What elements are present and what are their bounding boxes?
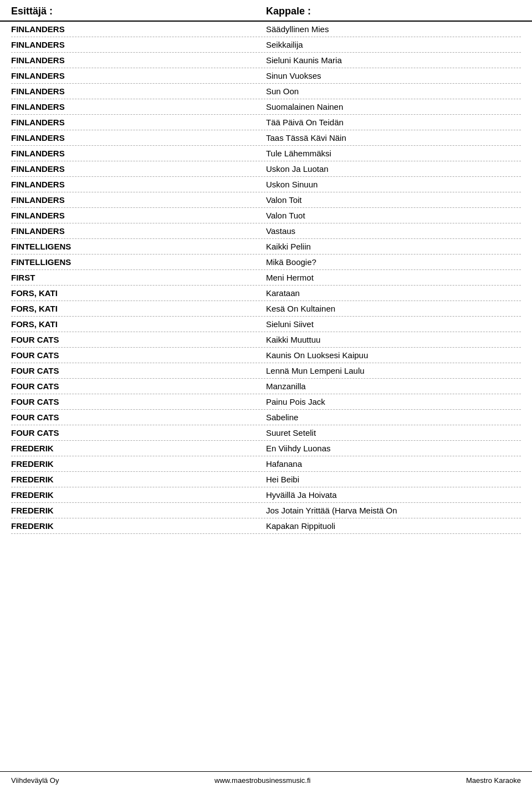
table-row: FINLANDERSValon Tuot [11, 208, 521, 223]
table-row: FOUR CATSPainu Pois Jack [11, 394, 521, 410]
song-cell: Kesä On Kultainen [266, 304, 521, 313]
artist-cell: FORS, KATI [11, 304, 266, 313]
artist-cell: FREDERIK [11, 444, 266, 453]
artist-cell: FINLANDERS [11, 180, 266, 189]
song-cell: Jos Jotain Yrittää (Harva Meistä On [266, 506, 521, 515]
song-cell: Sun Oon [266, 86, 521, 96]
song-cell: Meni Hermot [266, 273, 521, 282]
song-cell: Lennä Mun Lempeni Laulu [266, 366, 521, 375]
table-row: FOUR CATSSabeline [11, 410, 521, 425]
table-row: FREDERIKHafanana [11, 456, 521, 472]
song-cell: Tää Päivä On Teidän [266, 118, 521, 127]
song-cell: Suomalainen Nainen [266, 102, 521, 111]
song-cell: Mikä Boogie? [266, 257, 521, 267]
table-body: FINLANDERSSäädyllinen MiesFINLANDERSSeik… [0, 22, 532, 534]
table-row: FIRSTMeni Hermot [11, 270, 521, 286]
footer-website: www.maestrobusinessmusic.fi [214, 776, 310, 785]
song-cell: Taas Tässä Kävi Näin [266, 133, 521, 142]
table-row: FREDERIKHei Beibi [11, 472, 521, 487]
artist-cell: FINLANDERS [11, 195, 266, 205]
artist-cell: FOUR CATS [11, 366, 266, 375]
song-cell: Kapakan Rippituoli [266, 521, 521, 531]
song-cell: Uskon Ja Luotan [266, 164, 521, 174]
song-cell: Hafanana [266, 459, 521, 469]
artist-cell: FINLANDERS [11, 86, 266, 96]
artist-cell: FINLANDERS [11, 164, 266, 174]
table-row: FINLANDERSTaas Tässä Kävi Näin [11, 130, 521, 146]
header-artist: Esittäjä : [11, 6, 266, 17]
artist-cell: FOUR CATS [11, 413, 266, 422]
artist-cell: FOUR CATS [11, 381, 266, 391]
artist-cell: FINTELLIGENS [11, 242, 266, 251]
song-cell: Manzanilla [266, 381, 521, 391]
artist-cell: FINLANDERS [11, 40, 266, 49]
artist-cell: FOUR CATS [11, 350, 266, 360]
song-cell: Sieluni Siivet [266, 319, 521, 329]
song-cell: Valon Tuot [266, 211, 521, 220]
song-cell: Tule Lähemmäksi [266, 149, 521, 158]
table-row: FINLANDERSSäädyllinen Mies [11, 22, 521, 37]
table-row: FINLANDERSVastaus [11, 223, 521, 239]
table-row: FREDERIKJos Jotain Yrittää (Harva Meistä… [11, 503, 521, 518]
song-cell: Sinun Vuokses [266, 71, 521, 80]
song-cell: Sabeline [266, 413, 521, 422]
table-row: FREDERIKKapakan Rippituoli [11, 518, 521, 534]
table-row: FINLANDERSTule Lähemmäksi [11, 146, 521, 161]
table-row: FORS, KATIKesä On Kultainen [11, 301, 521, 317]
artist-cell: FINLANDERS [11, 71, 266, 80]
artist-cell: FOUR CATS [11, 397, 266, 406]
table-row: FOUR CATSManzanilla [11, 379, 521, 394]
table-row: FOUR CATSKaikki Muuttuu [11, 332, 521, 348]
table-header: Esittäjä : Kappale : [0, 0, 532, 22]
artist-cell: FINLANDERS [11, 55, 266, 65]
song-cell: Säädyllinen Mies [266, 24, 521, 34]
song-cell: Hyväillä Ja Hoivata [266, 490, 521, 500]
artist-cell: FOUR CATS [11, 335, 266, 344]
song-cell: Uskon Sinuun [266, 180, 521, 189]
song-cell: Seikkailija [266, 40, 521, 49]
artist-cell: FOUR CATS [11, 428, 266, 437]
table-row: FREDERIKEn Viihdy Luonas [11, 441, 521, 456]
page-footer: Viihdeväylä Oy www.maestrobusinessmusic.… [0, 771, 532, 789]
table-row: FINTELLIGENSKaikki Peliin [11, 239, 521, 254]
table-row: FINLANDERSSun Oon [11, 84, 521, 99]
table-row: FINTELLIGENSMikä Boogie? [11, 254, 521, 270]
artist-cell: FREDERIK [11, 459, 266, 469]
table-row: FINLANDERSUskon Ja Luotan [11, 161, 521, 177]
song-cell: Suuret Setelit [266, 428, 521, 437]
song-cell: Kaunis On Luoksesi Kaipuu [266, 350, 521, 360]
artist-cell: FORS, KATI [11, 319, 266, 329]
table-row: FORS, KATIKarataan [11, 286, 521, 301]
artist-cell: FORS, KATI [11, 288, 266, 298]
table-row: FOUR CATSLennä Mun Lempeni Laulu [11, 363, 521, 379]
table-row: FINLANDERSSinun Vuokses [11, 68, 521, 84]
song-cell: Kaikki Muuttuu [266, 335, 521, 344]
table-row: FREDERIKHyväillä Ja Hoivata [11, 487, 521, 503]
song-cell: Kaikki Peliin [266, 242, 521, 251]
song-cell: Karataan [266, 288, 521, 298]
header-song: Kappale : [266, 6, 521, 17]
song-cell: Painu Pois Jack [266, 397, 521, 406]
table-row: FORS, KATISieluni Siivet [11, 317, 521, 332]
footer-brand: Maestro Karaoke [466, 776, 521, 785]
song-cell: Hei Beibi [266, 475, 521, 484]
artist-cell: FINLANDERS [11, 24, 266, 34]
artist-cell: FINLANDERS [11, 211, 266, 220]
artist-cell: FINLANDERS [11, 118, 266, 127]
artist-cell: FREDERIK [11, 521, 266, 531]
table-row: FINLANDERSValon Toit [11, 192, 521, 208]
table-row: FINLANDERSUskon Sinuun [11, 177, 521, 192]
artist-cell: FINTELLIGENS [11, 257, 266, 267]
artist-cell: FINLANDERS [11, 133, 266, 142]
artist-cell: FREDERIK [11, 475, 266, 484]
table-row: FOUR CATSKaunis On Luoksesi Kaipuu [11, 348, 521, 363]
artist-cell: FINLANDERS [11, 226, 266, 236]
footer-company: Viihdeväylä Oy [11, 776, 59, 785]
artist-cell: FIRST [11, 273, 266, 282]
song-cell: Sieluni Kaunis Maria [266, 55, 521, 65]
table-row: FINLANDERSSuomalainen Nainen [11, 99, 521, 115]
artist-cell: FREDERIK [11, 506, 266, 515]
song-cell: En Viihdy Luonas [266, 444, 521, 453]
artist-cell: FREDERIK [11, 490, 266, 500]
artist-cell: FINLANDERS [11, 102, 266, 111]
